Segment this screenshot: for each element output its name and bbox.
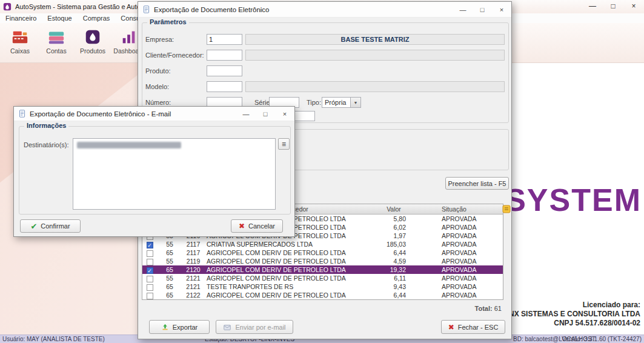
destinatarios-input[interactable] [73, 138, 276, 210]
row-valor: 6,44 [380, 291, 408, 299]
row-situacao: APROVADA [408, 282, 503, 291]
row-fornecedor: AGRICOPEL COM DERIV DE PETROLEO LTDA [204, 274, 380, 282]
row-situacao: APROVADA [408, 231, 503, 240]
row-empresa: 65 [157, 248, 182, 257]
row-checkbox[interactable] [147, 284, 153, 291]
row-numero: 2121 [182, 282, 204, 291]
table-row[interactable]: 552119AGRICOPEL COM DERIV DE PETROLEO LT… [142, 257, 503, 265]
produto-label: Produto: [145, 65, 171, 76]
modelo-label: Modelo: [145, 81, 169, 92]
document-icon [142, 5, 150, 13]
table-row[interactable]: 552121AGRICOPEL COM DERIV DE PETROLEO LT… [142, 274, 503, 282]
header-valor[interactable]: Valor [380, 204, 408, 214]
informacoes-legend: Informações [24, 122, 68, 129]
row-valor: 9,43 [380, 282, 408, 291]
tipo-label: Tipo: [307, 97, 321, 108]
toolbar-contas-label: Contas [46, 47, 66, 55]
row-checkbox[interactable] [147, 250, 153, 257]
table-row[interactable]: 652122AGRICOPEL COM DERIV DE PETROLEO LT… [142, 291, 503, 299]
row-situacao: APROVADA [408, 274, 503, 282]
total-value: 61 [494, 305, 502, 312]
row-fornecedor: CRIATIVA SUPERMERCADOS LTDA [204, 240, 380, 248]
row-situacao: APROVADA [408, 291, 503, 299]
recipient-list-button[interactable]: ≡ [278, 138, 290, 150]
row-checkbox[interactable]: ✓ [147, 242, 153, 248]
row-fornecedor: AGRICOPEL COM DERIV DE PETROLEO LTDA [204, 248, 380, 257]
row-checkbox[interactable] [147, 293, 153, 299]
cliente-name-field [245, 50, 505, 61]
cancelar-button[interactable]: ✖ Cancelar [231, 219, 283, 233]
row-valor: 6,11 [380, 274, 408, 282]
table-row[interactable]: ✓552117CRIATIVA SUPERMERCADOS LTDA185,03… [142, 240, 503, 248]
email-dialog-title: Exportação de Documento Eletrônico - E-m… [30, 110, 171, 118]
destinatarios-label: Destinatário(s): [24, 139, 69, 150]
header-situacao[interactable]: Situação [408, 204, 503, 214]
cash-register-icon [11, 28, 29, 46]
row-situacao: APROVADA [408, 240, 503, 248]
toolbar-produtos-button[interactable]: Produtos [76, 25, 109, 62]
desktop: AutoSystem - Sistema para Gestão e Autom… [0, 0, 644, 343]
license-heading: Licenciado para: [502, 301, 640, 310]
notepad-icon [502, 204, 511, 214]
chevron-down-icon[interactable]: ▼ [351, 97, 361, 108]
row-valor: 185,03 [380, 240, 408, 248]
row-empresa: 55 [157, 257, 182, 265]
maximize-icon[interactable]: □ [256, 107, 275, 121]
document-icon [18, 110, 26, 118]
fechar-button[interactable]: ✖ Fechar - ESC [441, 320, 505, 334]
row-numero: 2121 [182, 274, 204, 282]
parametros-legend: Parâmetros [147, 18, 189, 25]
table-row[interactable]: 652121TESTE TRANPORTES DE RS9,43APROVADA [142, 282, 503, 291]
enviar-email-button[interactable]: Enviar por e-mail [216, 320, 293, 334]
maximize-icon[interactable]: □ [473, 2, 492, 17]
produto-code-input[interactable] [207, 65, 242, 76]
preencher-lista-button[interactable]: Preencher lista - F5 [445, 177, 509, 190]
confirmar-button[interactable]: ✔ Confirmar [20, 219, 81, 233]
table-row[interactable]: ✓652120AGRICOPEL COM DERIV DE PETROLEO L… [142, 265, 503, 274]
exportar-button[interactable]: Exportar [149, 320, 210, 334]
row-fornecedor: AGRICOPEL COM DERIV DE PETROLEO LTDA [204, 265, 380, 274]
menu-financeiro[interactable]: Financeiro [0, 13, 42, 23]
close-icon[interactable]: × [492, 2, 511, 17]
minimize-icon[interactable]: — [236, 107, 256, 121]
row-checkbox[interactable]: ✓ [147, 267, 153, 274]
cliente-fornecedor-label: Cliente/Fornecedor: [145, 50, 204, 61]
menu-estoque[interactable]: Estoque [42, 13, 77, 23]
row-empresa: 65 [157, 265, 182, 274]
license-block: Licenciado para: LINX SISTEMAS E CONSULT… [502, 301, 640, 328]
toolbar-contas-button[interactable]: Contas [40, 25, 73, 62]
tipo-value: Própria [322, 97, 351, 108]
menu-compras[interactable]: Compras [78, 13, 116, 23]
license-cnpj: CNPJ 54.517.628/0014-02 [502, 319, 640, 328]
minimize-icon[interactable]: — [582, 0, 603, 13]
close-icon[interactable]: × [275, 107, 294, 121]
close-x-icon: ✖ [448, 323, 454, 331]
row-empresa: 55 [157, 274, 182, 282]
menu-lines-icon: ≡ [282, 140, 286, 148]
close-icon[interactable]: × [623, 0, 644, 13]
tipo-select[interactable]: Própria ▼ [322, 97, 361, 108]
row-empresa: 65 [157, 291, 182, 299]
row-checkbox[interactable] [147, 259, 153, 265]
row-numero: 2119 [182, 257, 204, 265]
license-company: LINX SISTEMAS E CONSULTORIA LTDA [502, 310, 640, 319]
table-row[interactable]: 652117AGRICOPEL COM DERIV DE PETROLEO LT… [142, 248, 503, 257]
row-fornecedor: AGRICOPEL COM DERIV DE PETROLEO LTDA [204, 257, 380, 265]
row-valor: 4,59 [380, 257, 408, 265]
empresa-name-field: BASE TESTE MATRIZ [245, 34, 505, 45]
maximize-icon[interactable]: □ [603, 0, 623, 13]
email-dialog: Exportação de Documento Eletrônico - E-m… [13, 106, 295, 237]
toolbar-caixas-label: Caixas [10, 47, 30, 55]
modelo-code-input[interactable] [207, 81, 242, 92]
email-dialog-titlebar: Exportação de Documento Eletrônico - E-m… [14, 107, 294, 121]
empresa-label: Empresa: [145, 34, 174, 45]
app-icon [3, 2, 12, 11]
product-drop-icon [84, 28, 102, 46]
row-checkbox[interactable] [147, 276, 153, 282]
export-list-button[interactable] [502, 204, 511, 214]
cliente-code-input[interactable] [207, 50, 242, 61]
toolbar-caixas-button[interactable]: Caixas [4, 25, 36, 62]
bar-chart-icon [120, 28, 138, 46]
minimize-icon[interactable]: — [453, 2, 473, 17]
empresa-code-input[interactable] [207, 34, 242, 45]
